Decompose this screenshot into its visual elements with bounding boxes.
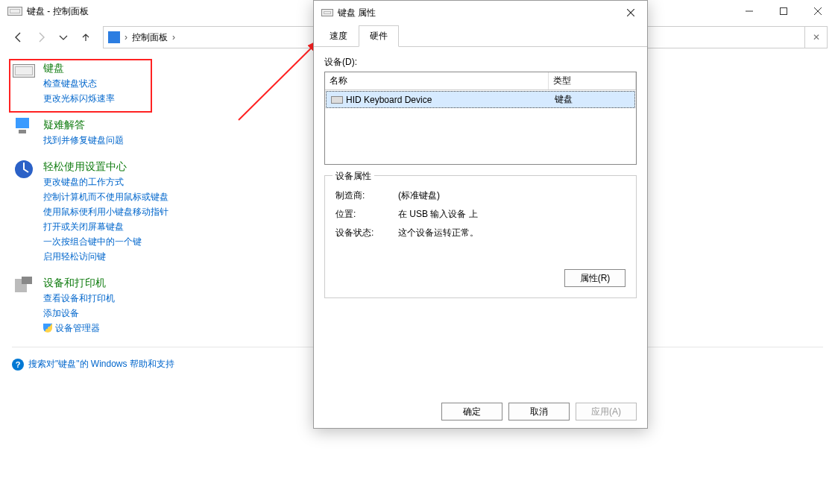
devices-category-icon: [12, 274, 36, 297]
status-label: 设备状态:: [335, 227, 398, 239]
link-ease-4[interactable]: 一次按组合键中的一个键: [43, 236, 168, 248]
nav-recent[interactable]: [52, 26, 75, 48]
manufacturer-label: 制造商:: [335, 189, 398, 202]
ease-category-icon: [12, 157, 36, 181]
link-fix-keyboard[interactable]: 找到并修复键盘问题: [43, 134, 124, 147]
link-change-cursor-blink[interactable]: 更改光标闪烁速率: [43, 92, 115, 105]
link-ease-1[interactable]: 控制计算机而不使用鼠标或键盘: [43, 191, 168, 204]
breadcrumb-text: 控制面板: [132, 31, 168, 44]
link-ease-3[interactable]: 打开或关闭屏幕键盘: [43, 221, 168, 233]
devices-label: 设备(D):: [324, 56, 637, 69]
minimize-button[interactable]: [732, 0, 766, 22]
maximize-button[interactable]: [766, 0, 801, 22]
properties-button[interactable]: 属性(R): [564, 269, 626, 287]
apply-button[interactable]: 应用(A): [576, 403, 637, 420]
nav-forward[interactable]: [30, 26, 52, 48]
tab-hardware[interactable]: 硬件: [359, 25, 399, 47]
keyboard-app-icon: [7, 7, 22, 16]
ok-button[interactable]: 确定: [441, 403, 502, 420]
keyboard-dialog-icon: [321, 9, 333, 16]
tab-speed[interactable]: 速度: [318, 25, 359, 47]
breadcrumb-sep-icon: ›: [125, 32, 127, 42]
svg-rect-4: [16, 118, 29, 128]
svg-rect-1: [781, 8, 787, 15]
device-type-cell: 键盘: [550, 92, 634, 107]
location-value: 在 USB 输入设备 上: [398, 208, 478, 221]
cancel-button[interactable]: 取消: [508, 403, 570, 420]
manufacturer-value: (标准键盘): [398, 189, 440, 202]
category-troubleshoot-title[interactable]: 疑难解答: [43, 119, 124, 132]
device-props-group-title: 设备属性: [333, 170, 374, 183]
close-button[interactable]: [801, 0, 835, 22]
device-row[interactable]: HID Keyboard Device 键盘: [326, 91, 635, 108]
nav-up[interactable]: [75, 26, 97, 48]
breadcrumb-sep-icon: ›: [172, 32, 175, 42]
category-keyboard-title[interactable]: 键盘: [43, 62, 115, 75]
device-name-cell: HID Keyboard Device: [346, 95, 432, 105]
control-panel-icon: [108, 31, 120, 43]
link-search-help[interactable]: 搜索对"键盘"的 Windows 帮助和支持: [28, 358, 174, 371]
window-title: 键盘 - 控制面板: [27, 5, 89, 18]
link-devices-1[interactable]: 添加设备: [43, 307, 115, 320]
help-icon: ?: [12, 359, 24, 371]
col-header-type[interactable]: 类型: [549, 72, 636, 89]
category-devices-title[interactable]: 设备和打印机: [43, 277, 115, 290]
status-value: 这个设备运转正常。: [398, 227, 479, 239]
dialog-title: 键盘 属性: [338, 7, 376, 19]
link-ease-5[interactable]: 启用轻松访问键: [43, 251, 168, 263]
troubleshoot-category-icon: [12, 116, 36, 139]
svg-rect-8: [22, 277, 32, 284]
breadcrumb-clear[interactable]: ✕: [805, 26, 828, 48]
keyboard-properties-dialog: 键盘 属性 速度 硬件 设备(D): 名称 类型 HID Keyboard De…: [313, 0, 648, 429]
category-ease-title[interactable]: 轻松使用设置中心: [43, 160, 168, 174]
link-ease-0[interactable]: 更改键盘的工作方式: [43, 176, 168, 189]
link-ease-2[interactable]: 使用鼠标便利用小键盘移动指针: [43, 206, 168, 218]
link-check-keyboard-status[interactable]: 检查键盘状态: [43, 78, 115, 90]
location-label: 位置:: [335, 208, 398, 221]
col-header-name[interactable]: 名称: [325, 72, 549, 89]
keyboard-category-icon: [12, 59, 36, 83]
link-device-manager[interactable]: 设备管理器: [43, 322, 115, 335]
link-devices-0[interactable]: 查看设备和打印机: [43, 292, 115, 305]
svg-rect-5: [19, 130, 26, 133]
keyboard-row-icon: [331, 96, 343, 104]
dialog-close-button[interactable]: [614, 1, 647, 25]
device-table: 名称 类型 HID Keyboard Device 键盘: [324, 72, 637, 165]
nav-back[interactable]: [7, 26, 30, 48]
